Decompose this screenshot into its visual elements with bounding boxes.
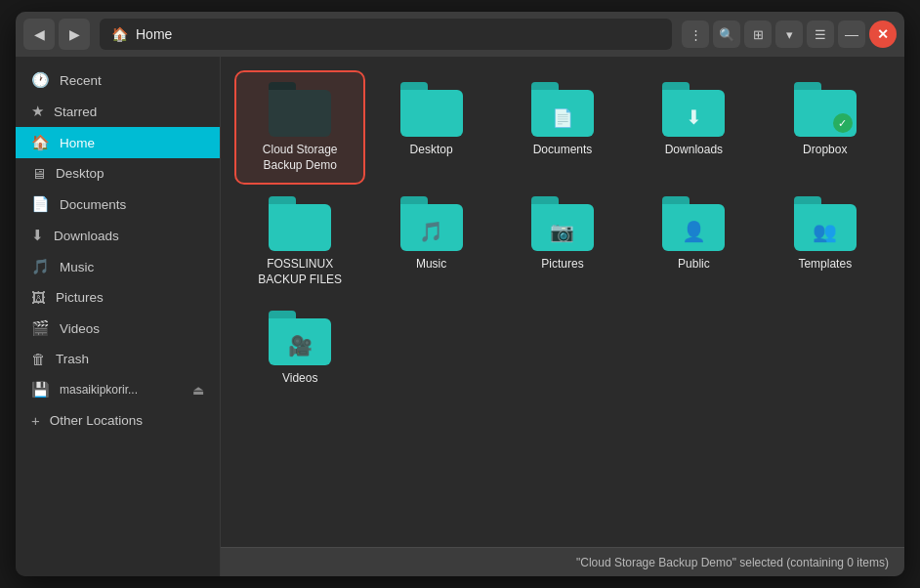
sidebar-label-music: Music	[60, 260, 94, 274]
folder-icon-documents: 📄	[531, 82, 594, 137]
other-locations-icon: +	[31, 412, 40, 429]
home-sidebar-icon: 🏠	[31, 134, 50, 151]
file-label-cloud-storage: Cloud StorageBackup Demo	[263, 143, 338, 173]
statusbar-text: "Cloud Storage Backup Demo" selected (co…	[576, 556, 889, 569]
documents-icon: 📄	[31, 195, 50, 213]
drive-icon: 💾	[31, 381, 50, 399]
sidebar-label-recent: Recent	[60, 73, 102, 88]
file-item-desktop[interactable]: Desktop	[367, 72, 494, 183]
music-overlay-icon: 🎵	[419, 220, 443, 243]
file-label-pictures: Pictures	[541, 257, 583, 273]
file-item-fosslinux[interactable]: FOSSLINUXBACKUP FILES	[236, 187, 363, 297]
folder-icon-downloads: ⬇	[662, 82, 725, 137]
sidebar-label-desktop: Desktop	[56, 166, 105, 181]
file-item-music[interactable]: 🎵 Music	[367, 187, 494, 297]
sidebar-label-drive: masaikipkorir...	[60, 383, 138, 397]
sidebar-label-videos: Videos	[60, 321, 100, 336]
file-label-documents: Documents	[533, 143, 593, 158]
folder-icon-public: 👤	[662, 196, 725, 251]
dropbox-check-badge: ✓	[833, 113, 853, 133]
recent-icon: 🕐	[31, 71, 50, 89]
search-button[interactable]: 🔍	[713, 21, 740, 48]
sidebar-item-desktop[interactable]: 🖥 Desktop	[16, 158, 220, 189]
folder-icon-music: 🎵	[400, 196, 463, 251]
file-label-dropbox: Dropbox	[803, 143, 847, 158]
content-area: Cloud StorageBackup Demo Desktop 📄	[221, 57, 904, 576]
sidebar-item-drive[interactable]: 💾 masaikipkorir... ⏏	[16, 374, 220, 405]
templates-overlay-icon: 👥	[813, 220, 837, 243]
view-toggle-button[interactable]: ⊞	[744, 21, 772, 48]
public-overlay-icon: 👤	[682, 220, 706, 243]
trash-icon: 🗑	[31, 351, 46, 367]
file-item-templates[interactable]: 👥 Templates	[762, 187, 889, 297]
close-button[interactable]: ✕	[869, 21, 897, 48]
pictures-overlay-icon: 📷	[550, 220, 574, 243]
file-item-pictures[interactable]: 📷 Pictures	[499, 187, 626, 297]
sidebar-item-home[interactable]: 🏠 Home	[16, 127, 220, 158]
file-manager-window: ◀ ▶ 🏠 Home ⋮ 🔍 ⊞ ▾ ☰ — ✕ 🕐 Recent ★ Star…	[16, 12, 904, 576]
sidebar-label-home: Home	[60, 136, 95, 150]
sidebar-item-trash[interactable]: 🗑 Trash	[16, 344, 220, 374]
downloads-icon: ⬇	[31, 227, 44, 244]
forward-button[interactable]: ▶	[59, 19, 90, 50]
file-item-documents[interactable]: 📄 Documents	[499, 72, 626, 183]
file-item-cloud-storage[interactable]: Cloud StorageBackup Demo	[236, 72, 363, 183]
folder-icon-cloud-storage	[269, 82, 331, 137]
view-dropdown-button[interactable]: ▾	[775, 21, 803, 48]
file-label-desktop: Desktop	[410, 143, 453, 158]
music-icon: 🎵	[31, 258, 50, 275]
file-label-downloads: Downloads	[665, 143, 723, 158]
folder-icon-videos: 🎥	[269, 311, 331, 365]
statusbar: "Cloud Storage Backup Demo" selected (co…	[221, 547, 904, 576]
sidebar-label-downloads: Downloads	[54, 229, 119, 243]
file-label-videos: Videos	[282, 371, 317, 387]
sidebar-item-pictures[interactable]: 🖼 Pictures	[16, 282, 220, 313]
folder-icon-dropbox: ✓	[794, 82, 857, 137]
file-label-public: Public	[678, 257, 710, 273]
list-view-button[interactable]: ☰	[807, 21, 834, 48]
file-label-templates: Templates	[798, 257, 852, 273]
file-label-fosslinux: FOSSLINUXBACKUP FILES	[258, 257, 342, 287]
sidebar-label-documents: Documents	[60, 197, 126, 212]
file-item-videos[interactable]: 🎥 Videos	[236, 301, 363, 397]
file-label-music: Music	[416, 257, 446, 273]
titlebar: ◀ ▶ 🏠 Home ⋮ 🔍 ⊞ ▾ ☰ — ✕	[16, 12, 904, 57]
sidebar-label-other-locations: Other Locations	[50, 413, 143, 428]
sidebar: 🕐 Recent ★ Starred 🏠 Home 🖥 Desktop 📄 Do…	[16, 57, 221, 576]
documents-overlay-icon: 📄	[552, 107, 573, 129]
folder-icon-templates: 👥	[794, 196, 857, 251]
folder-icon-pictures: 📷	[531, 196, 594, 251]
sidebar-item-other-locations[interactable]: + Other Locations	[16, 405, 220, 436]
sidebar-label-trash: Trash	[56, 352, 89, 366]
sidebar-label-starred: Starred	[54, 105, 97, 119]
starred-icon: ★	[31, 103, 44, 120]
menu-button[interactable]: ⋮	[682, 21, 709, 48]
file-item-dropbox[interactable]: ✓ Dropbox	[762, 72, 889, 183]
pictures-icon: 🖼	[31, 289, 46, 306]
main-area: 🕐 Recent ★ Starred 🏠 Home 🖥 Desktop 📄 Do…	[16, 57, 904, 576]
folder-icon-desktop	[400, 82, 463, 137]
folder-icon-fosslinux	[269, 196, 331, 251]
eject-icon[interactable]: ⏏	[192, 383, 204, 398]
sidebar-item-documents[interactable]: 📄 Documents	[16, 189, 220, 220]
videos-icon: 🎬	[31, 319, 50, 337]
videos-overlay-icon: 🎥	[288, 334, 313, 357]
sidebar-item-starred[interactable]: ★ Starred	[16, 96, 220, 127]
sidebar-item-downloads[interactable]: ⬇ Downloads	[16, 220, 220, 251]
desktop-icon: 🖥	[31, 165, 46, 182]
minimize-button[interactable]: —	[838, 21, 865, 48]
titlebar-actions: ⋮ 🔍 ⊞ ▾ ☰ — ✕	[682, 21, 897, 48]
back-button[interactable]: ◀	[23, 19, 55, 50]
downloads-overlay-icon: ⬇	[686, 105, 702, 129]
sidebar-item-music[interactable]: 🎵 Music	[16, 251, 220, 282]
file-item-public[interactable]: 👤 Public	[630, 187, 757, 297]
home-icon: 🏠	[111, 26, 128, 42]
file-item-downloads[interactable]: ⬇ Downloads	[630, 72, 757, 183]
file-grid: Cloud StorageBackup Demo Desktop 📄	[221, 57, 904, 547]
location-text: Home	[136, 26, 172, 42]
sidebar-label-pictures: Pictures	[56, 290, 104, 305]
location-bar[interactable]: 🏠 Home	[100, 19, 672, 50]
sidebar-item-videos[interactable]: 🎬 Videos	[16, 313, 220, 344]
sidebar-item-recent[interactable]: 🕐 Recent	[16, 64, 220, 96]
